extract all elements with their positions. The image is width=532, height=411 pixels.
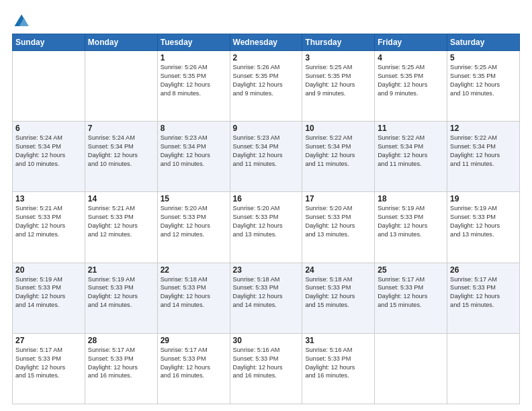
calendar-cell: 28Sunrise: 5:17 AM Sunset: 5:33 PM Dayli… (85, 333, 157, 404)
day-number: 28 (88, 336, 154, 345)
day-number: 21 (88, 265, 154, 275)
calendar-cell (13, 51, 85, 122)
day-info: Sunrise: 5:18 AM Sunset: 5:33 PM Dayligh… (161, 275, 227, 310)
calendar-cell: 20Sunrise: 5:19 AM Sunset: 5:33 PM Dayli… (13, 263, 85, 333)
calendar-cell (447, 333, 520, 404)
calendar-cell: 23Sunrise: 5:18 AM Sunset: 5:33 PM Dayli… (230, 263, 302, 333)
day-number: 13 (15, 194, 82, 203)
calendar-cell: 7Sunrise: 5:24 AM Sunset: 5:34 PM Daylig… (85, 122, 157, 192)
weekday-header-tuesday: Tuesday (157, 34, 230, 51)
calendar-cell: 13Sunrise: 5:21 AM Sunset: 5:33 PM Dayli… (13, 192, 85, 263)
calendar-cell: 4Sunrise: 5:25 AM Sunset: 5:35 PM Daylig… (375, 51, 447, 122)
calendar: SundayMondayTuesdayWednesdayThursdayFrid… (12, 34, 520, 404)
calendar-cell (375, 333, 447, 404)
day-number: 24 (305, 265, 371, 275)
weekday-header-thursday: Thursday (302, 34, 375, 51)
day-info: Sunrise: 5:19 AM Sunset: 5:33 PM Dayligh… (378, 204, 444, 239)
day-info: Sunrise: 5:19 AM Sunset: 5:33 PM Dayligh… (88, 275, 154, 310)
day-info: Sunrise: 5:17 AM Sunset: 5:33 PM Dayligh… (15, 346, 82, 381)
day-info: Sunrise: 5:21 AM Sunset: 5:33 PM Dayligh… (88, 204, 154, 239)
day-number: 18 (378, 194, 444, 203)
day-number: 3 (305, 53, 371, 62)
day-number: 31 (305, 336, 371, 345)
calendar-cell: 3Sunrise: 5:25 AM Sunset: 5:35 PM Daylig… (302, 51, 375, 122)
day-number: 4 (378, 53, 444, 62)
day-number: 19 (450, 194, 517, 203)
day-info: Sunrise: 5:17 AM Sunset: 5:33 PM Dayligh… (88, 346, 154, 381)
calendar-cell: 5Sunrise: 5:25 AM Sunset: 5:35 PM Daylig… (447, 51, 520, 122)
calendar-cell: 17Sunrise: 5:20 AM Sunset: 5:33 PM Dayli… (302, 192, 375, 263)
day-number: 16 (233, 194, 300, 203)
day-number: 7 (88, 124, 154, 133)
day-number: 6 (15, 124, 82, 133)
day-info: Sunrise: 5:18 AM Sunset: 5:33 PM Dayligh… (305, 275, 371, 310)
page: SundayMondayTuesdayWednesdayThursdayFrid… (0, 0, 532, 411)
calendar-row-0: 1Sunrise: 5:26 AM Sunset: 5:35 PM Daylig… (13, 51, 520, 122)
weekday-header-saturday: Saturday (447, 34, 520, 51)
calendar-cell: 27Sunrise: 5:17 AM Sunset: 5:33 PM Dayli… (13, 333, 85, 404)
calendar-cell: 9Sunrise: 5:23 AM Sunset: 5:34 PM Daylig… (230, 122, 302, 192)
day-info: Sunrise: 5:20 AM Sunset: 5:33 PM Dayligh… (233, 204, 300, 239)
day-number: 2 (233, 53, 300, 62)
day-number: 15 (161, 194, 227, 203)
day-info: Sunrise: 5:25 AM Sunset: 5:35 PM Dayligh… (305, 63, 371, 98)
calendar-row-3: 20Sunrise: 5:19 AM Sunset: 5:33 PM Dayli… (13, 263, 520, 333)
calendar-cell: 29Sunrise: 5:17 AM Sunset: 5:33 PM Dayli… (157, 333, 230, 404)
calendar-cell: 26Sunrise: 5:17 AM Sunset: 5:33 PM Dayli… (447, 263, 520, 333)
weekday-header-sunday: Sunday (13, 34, 85, 51)
day-number: 12 (450, 124, 517, 133)
calendar-cell (85, 51, 157, 122)
calendar-cell: 24Sunrise: 5:18 AM Sunset: 5:33 PM Dayli… (302, 263, 375, 333)
calendar-cell: 30Sunrise: 5:16 AM Sunset: 5:33 PM Dayli… (230, 333, 302, 404)
day-info: Sunrise: 5:26 AM Sunset: 5:35 PM Dayligh… (233, 63, 300, 98)
weekday-header-row: SundayMondayTuesdayWednesdayThursdayFrid… (13, 34, 520, 51)
day-number: 1 (161, 53, 227, 62)
day-number: 27 (15, 336, 82, 345)
calendar-row-1: 6Sunrise: 5:24 AM Sunset: 5:34 PM Daylig… (13, 122, 520, 192)
day-number: 14 (88, 194, 154, 203)
day-info: Sunrise: 5:16 AM Sunset: 5:33 PM Dayligh… (233, 346, 300, 381)
day-info: Sunrise: 5:20 AM Sunset: 5:33 PM Dayligh… (161, 204, 227, 239)
day-number: 29 (161, 336, 227, 345)
day-number: 8 (161, 124, 227, 133)
calendar-cell: 16Sunrise: 5:20 AM Sunset: 5:33 PM Dayli… (230, 192, 302, 263)
day-number: 10 (305, 124, 371, 133)
header (12, 12, 520, 31)
day-info: Sunrise: 5:24 AM Sunset: 5:34 PM Dayligh… (15, 134, 82, 169)
calendar-cell: 21Sunrise: 5:19 AM Sunset: 5:33 PM Dayli… (85, 263, 157, 333)
day-info: Sunrise: 5:21 AM Sunset: 5:33 PM Dayligh… (15, 204, 82, 239)
day-number: 11 (378, 124, 444, 133)
calendar-cell: 6Sunrise: 5:24 AM Sunset: 5:34 PM Daylig… (13, 122, 85, 192)
day-info: Sunrise: 5:19 AM Sunset: 5:33 PM Dayligh… (15, 275, 82, 310)
day-number: 25 (378, 265, 444, 275)
calendar-cell: 8Sunrise: 5:23 AM Sunset: 5:34 PM Daylig… (157, 122, 230, 192)
calendar-cell: 31Sunrise: 5:16 AM Sunset: 5:33 PM Dayli… (302, 333, 375, 404)
logo-icon (12, 12, 31, 31)
calendar-cell: 22Sunrise: 5:18 AM Sunset: 5:33 PM Dayli… (157, 263, 230, 333)
day-info: Sunrise: 5:23 AM Sunset: 5:34 PM Dayligh… (233, 134, 300, 169)
day-info: Sunrise: 5:26 AM Sunset: 5:35 PM Dayligh… (161, 63, 227, 98)
calendar-row-4: 27Sunrise: 5:17 AM Sunset: 5:33 PM Dayli… (13, 333, 520, 404)
logo (12, 12, 34, 31)
day-info: Sunrise: 5:20 AM Sunset: 5:33 PM Dayligh… (305, 204, 371, 239)
day-info: Sunrise: 5:22 AM Sunset: 5:34 PM Dayligh… (378, 134, 444, 169)
calendar-cell: 18Sunrise: 5:19 AM Sunset: 5:33 PM Dayli… (375, 192, 447, 263)
day-number: 23 (233, 265, 300, 275)
day-info: Sunrise: 5:19 AM Sunset: 5:33 PM Dayligh… (450, 204, 517, 239)
calendar-cell: 11Sunrise: 5:22 AM Sunset: 5:34 PM Dayli… (375, 122, 447, 192)
day-number: 5 (450, 53, 517, 62)
calendar-cell: 19Sunrise: 5:19 AM Sunset: 5:33 PM Dayli… (447, 192, 520, 263)
weekday-header-wednesday: Wednesday (230, 34, 302, 51)
day-number: 26 (450, 265, 517, 275)
day-info: Sunrise: 5:24 AM Sunset: 5:34 PM Dayligh… (88, 134, 154, 169)
day-info: Sunrise: 5:17 AM Sunset: 5:33 PM Dayligh… (161, 346, 227, 381)
calendar-cell: 25Sunrise: 5:17 AM Sunset: 5:33 PM Dayli… (375, 263, 447, 333)
day-number: 9 (233, 124, 300, 133)
calendar-row-2: 13Sunrise: 5:21 AM Sunset: 5:33 PM Dayli… (13, 192, 520, 263)
weekday-header-friday: Friday (375, 34, 447, 51)
day-info: Sunrise: 5:17 AM Sunset: 5:33 PM Dayligh… (378, 275, 444, 310)
day-info: Sunrise: 5:23 AM Sunset: 5:34 PM Dayligh… (161, 134, 227, 169)
calendar-cell: 10Sunrise: 5:22 AM Sunset: 5:34 PM Dayli… (302, 122, 375, 192)
day-number: 30 (233, 336, 300, 345)
day-info: Sunrise: 5:18 AM Sunset: 5:33 PM Dayligh… (233, 275, 300, 310)
